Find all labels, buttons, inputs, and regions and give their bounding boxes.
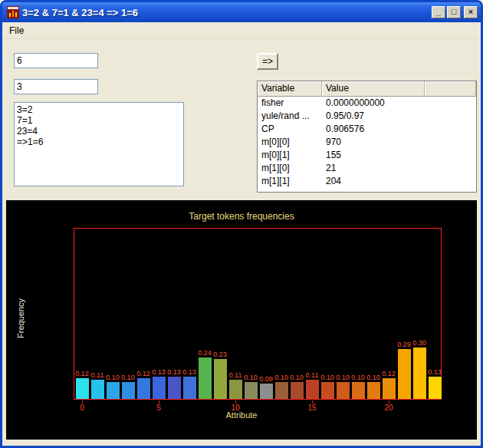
value-cell: 0.95/0.97 [322,110,425,123]
app-icon[interactable] [7,6,19,18]
attribute-input[interactable] [14,53,98,68]
bar-4 [137,378,150,399]
value-cell: 970 [322,136,425,149]
variable-cell: m[1][0] [258,162,322,175]
bar-17 [337,382,350,399]
table-row[interactable]: yule/rand ... 0.95/0.97 [258,110,476,123]
bar-16 [321,382,334,399]
column-header-variable[interactable]: Variable [258,81,322,97]
variable-cell: CP [258,123,322,136]
bar-21 [398,349,411,399]
frequency-chart: Target tokens frequencies Frequency 0.12… [6,200,477,440]
variable-cell: m[0][1] [258,149,322,162]
results-table: Variable Value fisher 0.0000000000 yule/… [257,81,477,193]
y-axis-label: Frequency [16,284,25,353]
minimize-button-icon[interactable]: _ [432,6,445,18]
value-input[interactable] [14,79,98,94]
bar-3 [122,382,135,399]
bar-15 [306,380,319,399]
bar-7 [183,377,196,399]
table-row[interactable]: m[1][1] 204 [258,175,476,188]
value-cell: 155 [322,149,425,162]
value-cell: 0.0000000000 [322,97,425,110]
bar-20 [383,378,396,399]
column-header-empty[interactable] [425,81,476,97]
bar-8 [199,357,212,399]
table-header-row: Variable Value [258,81,476,97]
bar-5 [153,377,166,399]
menu-file[interactable]: File [2,24,31,38]
main-content: 3=2 7=1 23=4 =>1=6 => Variable Value fis… [2,39,481,446]
bar-value-label: 0.23 [209,351,231,358]
bar-10 [229,380,242,399]
window-controls: _ □ × [432,6,478,18]
table-row[interactable]: m[1][0] 21 [258,162,476,175]
bar-14 [291,382,304,399]
variable-cell: yule/rand ... [258,110,322,123]
bar-19 [367,382,380,399]
chart-title: Target tokens frequencies [6,211,477,222]
bar-value-label: 0.13 [424,368,445,376]
bar-13 [275,382,288,399]
app-window: 3=2 & 7=1 & 23=4 => 1=6 _ □ × File 3=2 7… [0,0,483,448]
bar-12 [260,384,273,399]
bar-value-label: 0.30 [409,339,430,347]
variable-cell: m[0][0] [258,136,322,149]
bar-value-label: 0.12 [378,370,399,377]
table-row[interactable]: m[0][0] 970 [258,136,476,149]
value-cell: 0.906576 [322,123,425,136]
column-header-value[interactable]: Value [322,81,425,97]
bar-18 [352,382,365,399]
value-cell: 204 [322,175,425,188]
value-cell: 21 [322,162,425,175]
bar-1 [91,380,104,399]
bar-6 [168,377,181,399]
title-bar[interactable]: 3=2 & 7=1 & 23=4 => 1=6 _ □ × [2,2,481,22]
x-axis-label: Attribute [6,410,477,420]
bar-0 [76,378,89,399]
variable-cell: fisher [258,97,322,110]
table-row[interactable]: m[0][1] 155 [258,149,476,162]
variable-cell: m[1][1] [258,175,322,188]
table-row[interactable]: CP 0.906576 [258,123,476,136]
bar-9 [214,359,227,399]
evaluate-button[interactable]: => [257,53,278,70]
bar-23 [429,377,442,399]
bar-value-label: 0.13 [179,368,200,376]
table-row[interactable]: fisher 0.0000000000 [258,97,476,110]
maximize-button-icon[interactable]: □ [447,6,461,18]
bar-11 [245,382,258,399]
plot-area: 0.120.110.100.100.120.130.130.130.240.23… [74,228,442,400]
close-button-icon[interactable]: × [464,6,478,18]
rules-textarea[interactable]: 3=2 7=1 23=4 =>1=6 [14,102,184,186]
menu-bar: File [2,22,481,39]
window-title: 3=2 & 7=1 & 23=4 => 1=6 [22,7,432,18]
bar-2 [107,382,120,399]
